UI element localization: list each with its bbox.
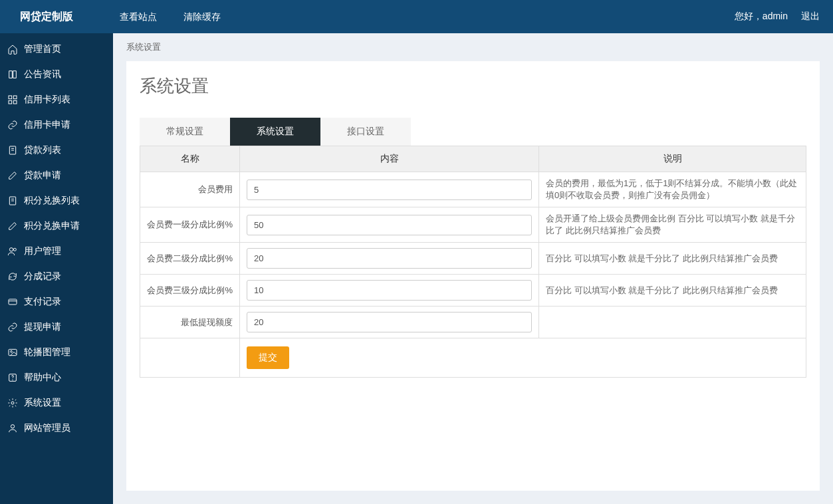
sidebar-item-10[interactable]: 支付记录	[0, 289, 113, 315]
user-icon	[7, 422, 19, 434]
row-desc: 百分比 可以填写小数 就是千分比了 此比例只结算推广会员费	[539, 275, 806, 307]
sidebar-item-label: 网站管理员	[24, 422, 70, 434]
edit-icon	[7, 170, 19, 182]
sidebar-item-1[interactable]: 公告资讯	[0, 62, 113, 87]
row-input-2[interactable]	[247, 248, 532, 269]
row-label: 会员费用	[140, 172, 240, 207]
sidebar-item-3[interactable]: 信用卡申请	[0, 112, 113, 138]
sidebar: 管理首页公告资讯信用卡列表信用卡申请贷款列表贷款申请积分兑换列表积分兑换申请用户…	[0, 33, 113, 504]
sidebar-item-label: 支付记录	[24, 296, 61, 308]
sidebar-item-label: 系统设置	[24, 397, 61, 409]
file-icon	[7, 144, 19, 156]
sidebar-item-label: 贷款列表	[24, 144, 61, 156]
top-right: 您好，admin 退出	[721, 11, 820, 23]
sidebar-item-9[interactable]: 分成记录	[0, 264, 113, 289]
sidebar-item-14[interactable]: 系统设置	[0, 390, 113, 416]
content: 系统设置 常规设置系统设置接口设置 名称 内容 说明 会员费用 会员的费用，最低…	[126, 61, 820, 491]
nav-view-site[interactable]: 查看站点	[106, 0, 170, 33]
top-bar: 网贷定制版 查看站点 清除缓存 您好，admin 退出	[0, 0, 833, 33]
sidebar-item-7[interactable]: 积分兑换申请	[0, 213, 113, 239]
tab-1[interactable]: 系统设置	[230, 118, 320, 146]
sidebar-item-2[interactable]: 信用卡列表	[0, 87, 113, 112]
tab-0[interactable]: 常规设置	[140, 118, 230, 146]
sidebar-item-8[interactable]: 用户管理	[0, 239, 113, 264]
table-row: 最低提现额度	[140, 307, 806, 338]
table-row-submit: 提交	[140, 338, 806, 378]
sidebar-item-label: 分成记录	[24, 271, 61, 283]
submit-cell: 提交	[240, 338, 806, 378]
table-row: 会员费用 会员的费用，最低为1元，低于1则不结算分成。不能填小数（此处填0则不收…	[140, 172, 806, 207]
row-label: 会员费二级分成比例%	[140, 243, 240, 275]
link-icon	[7, 119, 19, 131]
row-desc: 百分比 可以填写小数 就是千分比了 此比例只结算推广会员费	[539, 243, 806, 275]
sidebar-item-label: 信用卡申请	[24, 119, 70, 131]
sidebar-item-0[interactable]: 管理首页	[0, 37, 113, 62]
row-label: 会员费三级分成比例%	[140, 275, 240, 307]
greeting: 您好，admin	[735, 11, 788, 23]
layout: 管理首页公告资讯信用卡列表信用卡申请贷款列表贷款申请积分兑换列表积分兑换申请用户…	[0, 33, 833, 504]
sidebar-item-label: 公告资讯	[24, 68, 61, 80]
table-row: 会员费一级分成比例% 会员开通了给上级会员费佣金比例 百分比 可以填写小数 就是…	[140, 207, 806, 243]
sidebar-item-5[interactable]: 贷款申请	[0, 163, 113, 188]
sidebar-item-label: 用户管理	[24, 245, 61, 257]
sidebar-item-6[interactable]: 积分兑换列表	[0, 188, 113, 213]
sidebar-item-label: 积分兑换列表	[24, 195, 80, 207]
row-input-1[interactable]	[247, 215, 532, 235]
file-icon	[7, 195, 19, 207]
page-title: 系统设置	[140, 74, 806, 98]
book-icon	[7, 68, 19, 80]
image-icon	[7, 346, 19, 358]
main: 系统设置 系统设置 常规设置系统设置接口设置 名称 内容 说明 会员费用 会员的…	[113, 33, 833, 504]
sidebar-item-label: 帮助中心	[24, 372, 61, 384]
row-label: 会员费一级分成比例%	[140, 207, 240, 243]
row-input-3[interactable]	[247, 280, 532, 301]
sidebar-item-11[interactable]: 提现申请	[0, 315, 113, 340]
users-icon	[7, 245, 19, 257]
row-input-cell	[240, 172, 539, 207]
home-icon	[7, 43, 19, 55]
tabs: 常规设置系统设置接口设置	[140, 118, 806, 146]
refresh-icon	[7, 271, 19, 283]
nav-clear-cache[interactable]: 清除缓存	[170, 0, 234, 33]
submit-button[interactable]: 提交	[247, 346, 289, 369]
brand: 网贷定制版	[20, 10, 73, 24]
th-desc: 说明	[539, 146, 806, 172]
logout-link[interactable]: 退出	[801, 11, 820, 23]
breadcrumb: 系统设置	[113, 33, 833, 61]
sidebar-item-label: 提现申请	[24, 321, 61, 333]
row-desc: 会员开通了给上级会员费佣金比例 百分比 可以填写小数 就是千分比了 此比例只结算…	[539, 207, 806, 243]
row-input-cell	[240, 275, 539, 307]
row-input-cell	[240, 243, 539, 275]
sidebar-item-13[interactable]: 帮助中心	[0, 365, 113, 390]
tab-2[interactable]: 接口设置	[320, 118, 411, 146]
table-row: 会员费三级分成比例% 百分比 可以填写小数 就是千分比了 此比例只结算推广会员费	[140, 275, 806, 307]
edit-icon	[7, 220, 19, 232]
row-desc: 会员的费用，最低为1元，低于1则不结算分成。不能填小数（此处填0则不收取会员费，…	[539, 172, 806, 207]
sidebar-item-15[interactable]: 网站管理员	[0, 416, 113, 441]
sidebar-item-4[interactable]: 贷款列表	[0, 138, 113, 163]
sidebar-item-label: 信用卡列表	[24, 94, 70, 106]
sidebar-item-label: 管理首页	[24, 43, 61, 55]
link-icon	[7, 321, 19, 333]
empty-cell	[140, 338, 240, 378]
row-input-0[interactable]	[247, 180, 532, 200]
row-label: 最低提现额度	[140, 307, 240, 338]
row-input-cell	[240, 207, 539, 243]
grid-icon	[7, 94, 19, 106]
sidebar-item-label: 轮播图管理	[24, 346, 70, 358]
row-input-4[interactable]	[247, 312, 532, 332]
row-input-cell	[240, 307, 539, 338]
card-icon	[7, 296, 19, 308]
help-icon	[7, 372, 19, 384]
top-nav: 查看站点 清除缓存	[106, 0, 721, 33]
row-desc	[539, 307, 806, 338]
table-row: 会员费二级分成比例% 百分比 可以填写小数 就是千分比了 此比例只结算推广会员费	[140, 243, 806, 275]
sidebar-item-label: 贷款申请	[24, 170, 61, 182]
th-name: 名称	[140, 146, 240, 172]
sidebar-item-label: 积分兑换申请	[24, 220, 80, 232]
gear-icon	[7, 397, 19, 409]
settings-table: 名称 内容 说明 会员费用 会员的费用，最低为1元，低于1则不结算分成。不能填小…	[140, 146, 806, 378]
sidebar-item-12[interactable]: 轮播图管理	[0, 340, 113, 365]
th-content: 内容	[240, 146, 539, 172]
